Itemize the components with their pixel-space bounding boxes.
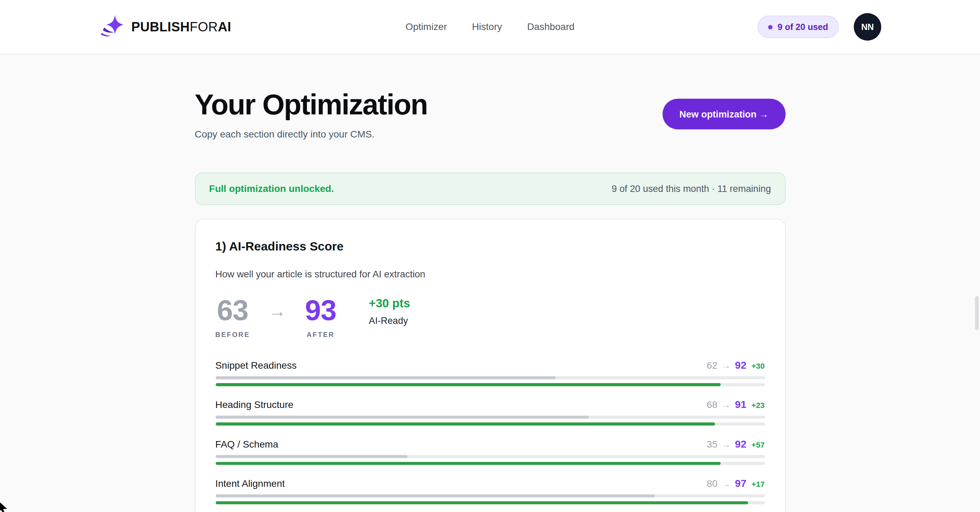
page-header: Your Optimization Copy each section dire… — [195, 89, 785, 140]
usage-badge-label: 9 of 20 used — [777, 22, 828, 32]
metric-before-bar-fill — [215, 376, 556, 379]
after-score-label: AFTER — [305, 331, 336, 338]
metric-before-bar — [215, 376, 765, 379]
logo-icon — [99, 14, 126, 40]
after-score-value: 93 — [305, 295, 336, 324]
before-score-label: BEFORE — [215, 331, 250, 338]
metric-after-bar — [215, 383, 765, 386]
metric-before-bar — [215, 494, 765, 497]
banner-message: Full optimization unlocked. — [209, 183, 334, 194]
brand-publish: PUBLISH — [131, 19, 190, 34]
metric-arrow-right-icon: → — [722, 479, 730, 488]
metric-after-bar-fill — [215, 422, 715, 425]
metric-after-bar-fill — [215, 462, 721, 465]
metric-after-bar — [215, 462, 765, 465]
metric-before-bar-fill — [215, 455, 408, 458]
metric-row: Intent Alignment 80 → 97 +17 — [215, 477, 765, 504]
top-navigation-bar: PUBLISHFORAI Optimizer History Dashboard… — [0, 0, 980, 54]
before-score-value: 63 — [215, 295, 250, 324]
metric-delta: +30 — [751, 361, 765, 370]
brand[interactable]: PUBLISHFORAI — [99, 14, 231, 40]
metric-delta: +57 — [751, 440, 765, 449]
after-score-block: 93 AFTER — [305, 295, 336, 338]
metric-before-bar-fill — [215, 494, 655, 497]
metrics-list: Snippet Readiness 62 → 92 +30 Heading St… — [215, 359, 765, 504]
page-subtitle: Copy each section directly into your CMS… — [195, 129, 427, 140]
metric-before-value: 35 — [707, 439, 718, 450]
metric-arrow-right-icon: → — [722, 360, 730, 370]
metric-row: FAQ / Schema 35 → 92 +57 — [215, 438, 765, 465]
brand-for: FOR — [190, 19, 218, 34]
arrow-right-icon: → — [269, 302, 286, 320]
score-summary: 63 BEFORE → 93 AFTER +30 pts AI-Ready — [215, 295, 765, 338]
metric-before-value: 80 — [707, 478, 718, 489]
metric-label: Snippet Readiness — [215, 360, 297, 371]
metric-values: 35 → 92 +57 — [707, 438, 765, 450]
top-right-controls: 9 of 20 used NN — [757, 13, 881, 41]
metric-values: 62 → 92 +30 — [707, 359, 765, 371]
metric-after-value: 91 — [735, 398, 746, 410]
scrollbar-thumb[interactable] — [975, 296, 978, 330]
banner-usage-text: 9 of 20 used this month · 11 remaining — [612, 183, 771, 194]
metric-before-value: 68 — [707, 399, 718, 410]
metric-after-bar — [215, 501, 765, 504]
card-title: 1) AI-Readiness Score — [215, 239, 765, 254]
delta-caption: AI-Ready — [369, 315, 410, 325]
delta-points: +30 pts — [369, 297, 410, 310]
app-viewport: PUBLISHFORAI Optimizer History Dashboard… — [0, 0, 980, 512]
mouse-cursor — [0, 501, 11, 512]
metric-after-bar-fill — [215, 501, 748, 504]
metric-before-bar — [215, 415, 765, 418]
metric-before-bar-fill — [215, 415, 589, 418]
ai-readiness-card: 1) AI-Readiness Score How well your arti… — [195, 218, 785, 512]
metric-arrow-right-icon: → — [722, 400, 730, 410]
metric-after-value: 97 — [735, 477, 746, 489]
metric-before-value: 62 — [707, 360, 718, 371]
metric-values: 80 → 97 +17 — [707, 477, 765, 489]
main-nav: Optimizer History Dashboard — [406, 21, 574, 33]
nav-link-history[interactable]: History — [472, 21, 502, 33]
metric-after-bar — [215, 422, 765, 425]
nav-link-dashboard[interactable]: Dashboard — [527, 21, 575, 33]
metric-row: Snippet Readiness 62 → 92 +30 — [215, 359, 765, 386]
metric-row: Heading Structure 68 → 91 +23 — [215, 398, 765, 425]
metric-delta: +17 — [751, 480, 765, 488]
metric-values: 68 → 91 +23 — [707, 398, 765, 410]
metric-after-value: 92 — [735, 438, 746, 450]
metric-before-bar — [215, 455, 765, 458]
brand-ai: AI — [218, 19, 231, 34]
before-score-block: 63 BEFORE — [215, 295, 250, 338]
score-delta-block: +30 pts AI-Ready — [369, 295, 410, 325]
metric-label: Heading Structure — [215, 399, 294, 410]
brand-name: PUBLISHFORAI — [131, 19, 231, 35]
usage-dot-icon — [768, 25, 773, 29]
metric-after-value: 92 — [735, 359, 746, 371]
new-optimization-button[interactable]: New optimization → — [663, 99, 785, 130]
card-subtitle: How well your article is structured for … — [215, 269, 765, 279]
usage-badge: 9 of 20 used — [757, 16, 839, 38]
nav-link-optimizer[interactable]: Optimizer — [406, 21, 447, 33]
avatar[interactable]: NN — [854, 13, 881, 41]
metric-label: Intent Alignment — [215, 478, 285, 489]
metric-label: FAQ / Schema — [215, 439, 278, 450]
metric-after-bar-fill — [215, 383, 721, 386]
main-content: Your Optimization Copy each section dire… — [195, 54, 785, 512]
page-title: Your Optimization — [195, 89, 427, 121]
unlock-banner: Full optimization unlocked. 9 of 20 used… — [195, 172, 785, 205]
metric-delta: +23 — [751, 401, 765, 410]
metric-arrow-right-icon: → — [722, 439, 730, 449]
